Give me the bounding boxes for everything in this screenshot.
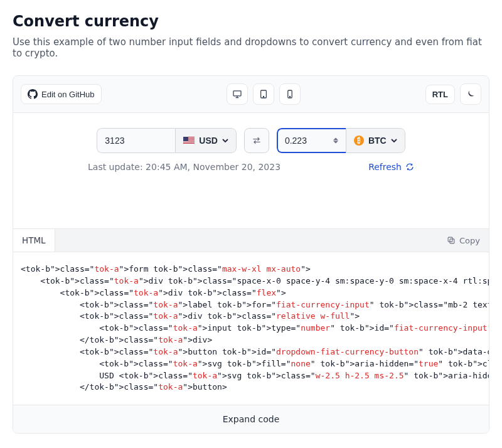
page-title: Convert currency [13,13,489,30]
refresh-icon [405,163,414,171]
edit-on-github-label: Edit on GitHub [41,90,95,99]
mobile-view-button[interactable] [279,83,301,105]
chevron-down-icon [222,137,228,144]
edit-on-github-button[interactable]: Edit on GitHub [21,84,102,104]
desktop-view-button[interactable] [227,83,248,105]
desktop-icon [232,89,242,99]
dark-mode-toggle-button[interactable] [460,83,481,105]
svg-point-2 [263,96,264,97]
page-subtitle: Use this example of two number input fie… [13,36,489,59]
fiat-currency-label: USD [199,136,218,146]
bitcoin-icon: ₿ [354,136,364,146]
crypto-currency-dropdown[interactable]: ₿ BTC [346,128,405,153]
tablet-icon [259,89,269,99]
moon-icon [466,89,476,99]
svg-rect-6 [448,237,452,242]
us-flag-icon [183,137,195,144]
code-line: </tok-b">class="tok-a">button> [21,381,481,393]
crypto-currency-label: BTC [368,136,387,146]
refresh-label: Refresh [368,162,402,172]
svg-point-4 [289,96,290,97]
swap-button[interactable] [244,128,269,153]
fiat-amount-input[interactable] [97,128,175,153]
code-line: <tok-b">class="tok-a">svg tok-b">fill="n… [21,358,481,370]
code-tabs: HTML Copy [13,228,489,252]
svg-rect-0 [233,91,241,96]
mobile-icon [285,89,295,99]
rtl-toggle-button[interactable]: RTL [425,85,455,104]
code-line: USD <tok-b">class="tok-a">svg tok-b">cla… [21,370,481,382]
code-line: <tok-b">class="tok-a">form tok-b">class=… [21,264,481,275]
code-line: <tok-b">class="tok-a">button tok-b">id="… [21,346,481,358]
code-line: <tok-b">class="tok-a">input tok-b">type=… [21,323,481,334]
svg-rect-5 [450,239,454,243]
copy-label: Copy [459,236,480,245]
code-line: </tok-b">class="tok-a">div> [21,334,481,346]
preview-area: USD ₿ [13,113,489,228]
chevron-down-icon [391,137,397,144]
expand-code-button[interactable]: Expand code [13,405,489,433]
stepper-down-icon[interactable] [333,141,338,144]
meta-row: Last update: 20:45 AM, November 20, 2023… [88,162,414,172]
tab-html[interactable]: HTML [13,229,55,252]
crypto-group: ₿ BTC [277,128,405,153]
copy-button[interactable]: Copy [438,236,489,245]
last-update-text: Last update: 20:45 AM, November 20, 2023 [88,162,280,172]
fiat-group: USD [97,128,237,153]
swap-icon [252,136,262,146]
code-line: <tok-b">class="tok-a">div tok-b">class="… [21,287,481,299]
stepper-up-icon[interactable] [333,138,338,141]
code-line: <tok-b">class="tok-a">label tok-b">for="… [21,299,481,311]
copy-icon [447,236,456,245]
fiat-currency-dropdown[interactable]: USD [175,128,237,153]
code-block: <tok-b">class="tok-a">form tok-b">class=… [13,252,489,405]
card-toolbar: Edit on GitHub RTL [13,76,489,113]
example-card: Edit on GitHub RTL [13,75,489,434]
currency-form: USD ₿ [21,128,481,153]
refresh-link[interactable]: Refresh [368,162,414,172]
code-line: <tok-b">class="tok-a">div tok-b">class="… [21,275,481,287]
tablet-view-button[interactable] [253,83,274,105]
github-icon [28,89,38,99]
code-line: <tok-b">class="tok-a">div tok-b">class="… [21,311,481,323]
